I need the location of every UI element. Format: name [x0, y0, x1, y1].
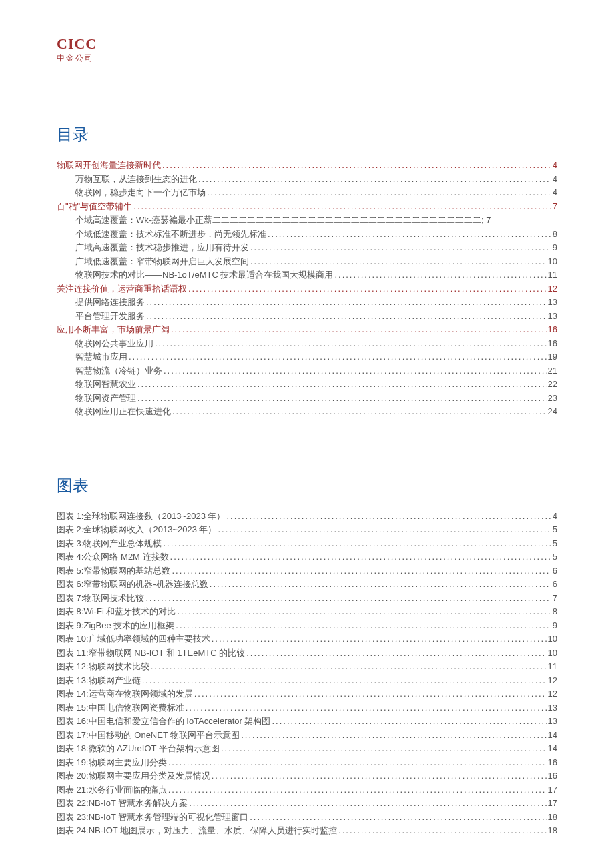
toc-entry[interactable]: 关注连接价值，运营商重拾话语权12	[57, 282, 557, 296]
toc-entry[interactable]: 图表 12:物联网技术比较11	[57, 660, 557, 673]
toc-entry[interactable]: 图表 17:中国移动的 OneNET 物联网平台示意图14	[57, 729, 557, 742]
toc-entry-label: 图表 19:物联网主要应用分类	[57, 756, 168, 769]
toc-entry[interactable]: 图表 11:窄带物联网 NB-IOT 和 1TEeMTC 的比较10	[57, 646, 557, 660]
toc-heading: 目录	[57, 124, 557, 145]
toc-entry-label: 个域高速覆盖：Wk-癌瑟褊最小正薪二二二二二二二二二二二二二二二二二二二二二二二…	[75, 213, 493, 227]
toc-leader-dots	[162, 159, 551, 172]
toc-entry-page: 16	[547, 769, 557, 783]
toc-entry-label: 应用不断丰富，市场前景广阔	[57, 323, 171, 336]
toc-entry-page: 6	[551, 578, 557, 591]
toc-leader-dots	[170, 550, 551, 564]
toc-leader-dots	[168, 783, 547, 797]
toc-leader-dots	[137, 378, 547, 391]
toc-leader-dots	[212, 632, 547, 646]
toc-entry-page: 11	[547, 660, 557, 673]
toc-entry[interactable]: 图表 22:NB-IoT 智慧水务解决方案17	[57, 797, 557, 810]
toc-leader-dots	[250, 255, 547, 268]
toc-entry-page: 12	[547, 687, 557, 701]
toc-entry[interactable]: 图表 3:物联网产业总体规模5	[57, 537, 557, 550]
toc-entry-label: 图表 2:全球物联网收入（2013~2023 年）	[57, 523, 218, 536]
toc-leader-dots	[133, 200, 551, 213]
toc-entry[interactable]: 物联网技术的对比——NB-1oT/eMTC 技术最适合在我国大规模商用11	[57, 268, 557, 282]
toc-entry[interactable]: 图表 5:窄带物联网的基站总数6	[57, 564, 557, 578]
toc-entry[interactable]: 智慧城市应用19	[57, 350, 557, 364]
toc-leader-dots	[246, 646, 546, 660]
toc-entry[interactable]: 图表 23:NB-IoT 智慧水务管理端的可视化管理窗口18	[57, 811, 557, 824]
toc-entry-label: 图表 22:NB-IoT 智慧水务解决方案	[57, 797, 189, 810]
toc-entry-label: 图表 17:中国移动的 OneNET 物联网平台示意图	[57, 729, 241, 742]
toc-entry[interactable]: 物联网智慧农业22	[57, 378, 557, 391]
toc-entry-page: 18	[547, 824, 557, 837]
toc-entry[interactable]: 个域高速覆盖：Wk-癌瑟褊最小正薪二二二二二二二二二二二二二二二二二二二二二二二…	[57, 213, 557, 227]
toc-entry[interactable]: 广域高速覆盖：技术稳步推进，应用有待开发9	[57, 241, 557, 254]
toc-entry-page: 10	[547, 646, 557, 660]
toc-entry-label: 提供网络连接服务	[75, 296, 146, 309]
toc-entry[interactable]: 物联网公共事业应用16	[57, 337, 557, 350]
toc-leader-dots	[250, 811, 546, 824]
toc-entry[interactable]: 图表 21:水务行业面临的痛点17	[57, 783, 557, 797]
toc-entry[interactable]: 图表 9:ZigBee 技术的应用框架9	[57, 619, 557, 632]
toc-entry[interactable]: 图表 19:物联网主要应用分类16	[57, 756, 557, 769]
toc-entry-page: 4	[551, 173, 557, 186]
toc-entry[interactable]: 应用不断丰富，市场前景广阔16	[57, 323, 557, 336]
toc-entry[interactable]: 物联网资产管理23	[57, 392, 557, 405]
toc-entry-page: 6	[551, 564, 557, 578]
toc-leader-dots	[188, 282, 547, 296]
toc-entry[interactable]: 图表 8:Wi-Fi 和蓝牙技术的对比8	[57, 605, 557, 618]
toc-entry[interactable]: 图表 1:全球物联网连接数（2013~2023 年）4	[57, 510, 557, 523]
toc-entry-label: 个域低速覆盖：技术标准不断进步，尚无领先标准	[75, 228, 268, 241]
toc-entry[interactable]: 百"秸"与值空带辅牛7	[57, 200, 557, 213]
toc-entry[interactable]: 图表 20:物联网主要应用分类及发展情况16	[57, 769, 557, 783]
toc-entry-label: 关注连接价值，运营商重拾话语权	[57, 282, 188, 296]
toc-entry[interactable]: 图表 14:运营商在物联网领域的发展12	[57, 687, 557, 701]
toc-leader-dots	[151, 660, 547, 673]
toc-entry[interactable]: 物联网开创海量连接新时代4	[57, 159, 557, 172]
toc-entry[interactable]: 智慧物流（冷链）业务21	[57, 364, 557, 378]
toc-entry[interactable]: 图表 6:窄带物联网的机器-机器连接总数6	[57, 578, 557, 591]
toc-entry-page: 8	[551, 228, 557, 241]
figures-heading: 图表	[57, 475, 557, 496]
toc-entry-page: 12	[547, 282, 557, 296]
toc-entry-page: 21	[547, 364, 557, 378]
toc-leader-dots	[334, 268, 546, 282]
toc-entry-page: 18	[547, 811, 557, 824]
toc-leader-dots	[212, 769, 547, 783]
toc-entry-label: 图表 4:公众网络 M2M 连接数	[57, 550, 170, 564]
logo-en: CICC	[57, 37, 557, 51]
toc-entry-page: 16	[547, 323, 557, 336]
toc-entry-label: 百"秸"与值空带辅牛	[57, 200, 133, 213]
toc-entry[interactable]: 物联网，稳步走向下一个万亿市场4	[57, 186, 557, 199]
toc-entry-label: 图表 24:NB-IOT 地图展示，对压力、流量、水质、保障人员进行实时监控	[57, 824, 338, 837]
toc-entry[interactable]: 图表 2:全球物联网收入（2013~2023 年）5	[57, 523, 557, 536]
toc-entry[interactable]: 图表 7:物联网技术比较7	[57, 592, 557, 605]
toc-entry[interactable]: 图表 13:物联网产业链12	[57, 674, 557, 687]
toc-entry-label: 广域高速覆盖：技术稳步推进，应用有待开发	[75, 241, 250, 254]
toc-entry[interactable]: 图表 18:微软的 AZUreIOT 平台架构示意图14	[57, 742, 557, 755]
toc-entry[interactable]: 图表 15:中国电信物联网资费标准13	[57, 701, 557, 715]
toc-leader-dots	[218, 523, 551, 536]
toc-entry-page: 13	[547, 310, 557, 323]
toc-entry[interactable]: 图表 16:中国电信和爱立信合作的 IoTAccelerator 架构图13	[57, 715, 557, 728]
toc-leader-dots	[210, 578, 551, 591]
toc-leader-dots	[146, 296, 547, 309]
toc-entry[interactable]: 物联网应用正在快速进化24	[57, 405, 557, 418]
toc-entry-label: 图表 12:物联网技术比较	[57, 660, 151, 673]
toc-entry[interactable]: 平台管理开发服务13	[57, 310, 557, 323]
toc-entry-page: 10	[547, 255, 557, 268]
toc-entry[interactable]: 个域低速覆盖：技术标准不断进步，尚无领先标准8	[57, 228, 557, 241]
toc-entry[interactable]: 提供网络连接服务13	[57, 296, 557, 309]
toc-entry[interactable]: 万物互联，从连接到生态的进化4	[57, 173, 557, 186]
toc-leader-dots	[142, 674, 547, 687]
toc-entry[interactable]: 图表 4:公众网络 M2M 连接数5	[57, 550, 557, 564]
toc-entry[interactable]: 图表 10:广域低功率领域的四种主要技术10	[57, 632, 557, 646]
toc-entry-label: 图表 10:广域低功率领域的四种主要技术	[57, 632, 212, 646]
toc-leader-dots	[129, 350, 547, 364]
toc-entry-label: 图表 23:NB-IoT 智慧水务管理端的可视化管理窗口	[57, 811, 250, 824]
toc-leader-dots	[186, 701, 547, 715]
toc-entry[interactable]: 广域低速覆盖：窄带物联网开启巨大发展空间10	[57, 255, 557, 268]
toc-entry-page: 5	[551, 537, 557, 550]
toc-entry-label: 图表 15:中国电信物联网资费标准	[57, 701, 186, 715]
toc-leader-dots	[176, 619, 551, 632]
toc-entry-label: 图表 18:微软的 AZUreIOT 平台架构示意图	[57, 742, 221, 755]
toc-entry[interactable]: 图表 24:NB-IOT 地图展示，对压力、流量、水质、保障人员进行实时监控18	[57, 824, 557, 837]
